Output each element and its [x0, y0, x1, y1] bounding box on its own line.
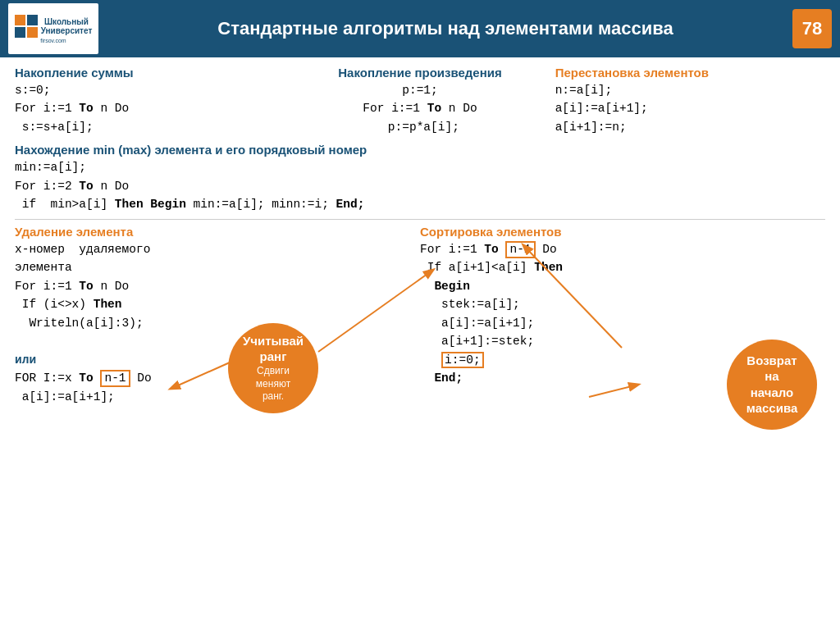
code-line: If (i<>x) Then	[15, 295, 420, 313]
code-line: p:=1;	[285, 81, 555, 99]
section-swap: Перестановка элементов n:=a[i]; a[i]:=a[…	[555, 66, 825, 136]
code-line: элемента	[15, 258, 420, 276]
callout-rank: Учитывай ранг Сдвиги меняют ранг.	[228, 323, 318, 413]
code-line: Writeln(a[i]:3);	[15, 314, 420, 332]
code-line: или	[15, 351, 420, 369]
callout-return-line2: на	[746, 368, 798, 385]
section-minmax-code: min:=a[i]; For i:=2 To n Do if min>a[i] …	[15, 158, 825, 213]
code-line: a[i]:=a[i+1];	[555, 99, 825, 117]
callout-line1: Учитывай	[243, 333, 304, 349]
section-sum-title: Накопление суммы	[15, 66, 285, 80]
code-line: For i:=2 To n Do	[15, 177, 825, 195]
code-line: p:=p*a[i];	[285, 118, 555, 136]
svg-rect-3	[27, 27, 38, 38]
section-delete-code: x-номер удаляемого элемента For i:=1 To …	[15, 240, 420, 406]
code-line: stek:=a[i];	[420, 295, 825, 313]
code-line: FOR I:=x To n-1 Do	[15, 369, 420, 387]
header: Школьный Университет firsov.com Стандарт…	[0, 0, 840, 57]
section-swap-code: n:=a[i]; a[i]:=a[i+1]; a[i+1]:=n;	[555, 81, 825, 136]
code-line: a[i]:=a[i+1];	[420, 314, 825, 332]
code-line: s:=s+a[i];	[15, 118, 285, 136]
callout-line5: ранг.	[243, 390, 304, 403]
code-line: min:=a[i];	[15, 158, 825, 176]
section-swap-title: Перестановка элементов	[555, 66, 825, 80]
callout-return-text: Возврат на начало массива	[746, 353, 798, 417]
callout-line3: Сдвиги	[243, 365, 304, 378]
code-line: x-номер удаляемого	[15, 240, 420, 258]
code-line: if min>a[i] Then Begin min:=a[i]; minn:=…	[15, 195, 825, 213]
code-line: For i:=1 To n Do	[285, 99, 555, 117]
main-content: Накопление суммы s:=0; For i:=1 To n Do …	[0, 57, 840, 414]
svg-rect-2	[15, 27, 25, 38]
page-number: 78	[792, 9, 832, 48]
section-product-title: Накопление произведения	[285, 66, 555, 80]
section-product-code: p:=1; For i:=1 To n Do p:=p*a[i];	[285, 81, 555, 136]
svg-rect-0	[15, 15, 25, 25]
logo-icon	[15, 15, 38, 38]
svg-rect-1	[27, 15, 38, 25]
callout-rank-text: Учитывай ранг Сдвиги меняют ранг.	[243, 333, 304, 403]
section-delete: Удаление элемента x-номер удаляемого эле…	[15, 225, 420, 406]
section-sum: Накопление суммы s:=0; For i:=1 To n Do …	[15, 66, 285, 136]
logo-sub: firsov.com	[15, 38, 93, 43]
callout-return-line4: массива	[746, 400, 798, 417]
highlight-n-minus-1-left: n-1	[100, 370, 130, 387]
code-line: a[i+1]:=n;	[555, 118, 825, 136]
code-line: s:=0;	[15, 81, 285, 99]
code-line: For i:=1 To n-1 Do	[420, 240, 825, 258]
callout-return: Возврат на начало массива	[727, 340, 817, 430]
section-delete-title: Удаление элемента	[15, 225, 420, 239]
divider	[15, 219, 825, 220]
section-minmax: Нахождение min (max) элемента и его поря…	[15, 143, 825, 213]
logo: Школьный Университет firsov.com	[8, 3, 98, 54]
callout-return-line1: Возврат	[746, 353, 798, 369]
code-line: n:=a[i];	[555, 81, 825, 99]
bottom-section: Удаление элемента x-номер удаляемого эле…	[15, 225, 825, 406]
section-sum-code: s:=0; For i:=1 To n Do s:=s+a[i];	[15, 81, 285, 136]
section-sort-title: Сортировка элементов	[420, 225, 825, 239]
code-line: For i:=1 To n Do	[15, 277, 420, 295]
logo-text: Школьный Университет	[41, 17, 93, 35]
callout-line4: меняют	[243, 378, 304, 391]
code-line: For i:=1 To n Do	[15, 99, 285, 117]
page-title: Стандартные алгоритмы над элементами мас…	[98, 18, 792, 39]
highlight-n-minus-1-right: n-1	[505, 241, 535, 258]
code-line: If a[i+1]<a[i] Then	[420, 258, 825, 276]
code-spacer	[15, 332, 420, 350]
section-product: Накопление произведения p:=1; For i:=1 T…	[285, 66, 555, 136]
code-line: Begin	[420, 277, 825, 295]
code-line: a[i]:=a[i+1];	[15, 388, 420, 406]
callout-line2: ранг	[243, 349, 304, 365]
section-minmax-title: Нахождение min (max) элемента и его поря…	[15, 143, 825, 157]
callout-return-line3: начало	[746, 385, 798, 401]
top-section: Накопление суммы s:=0; For i:=1 To n Do …	[15, 66, 825, 136]
